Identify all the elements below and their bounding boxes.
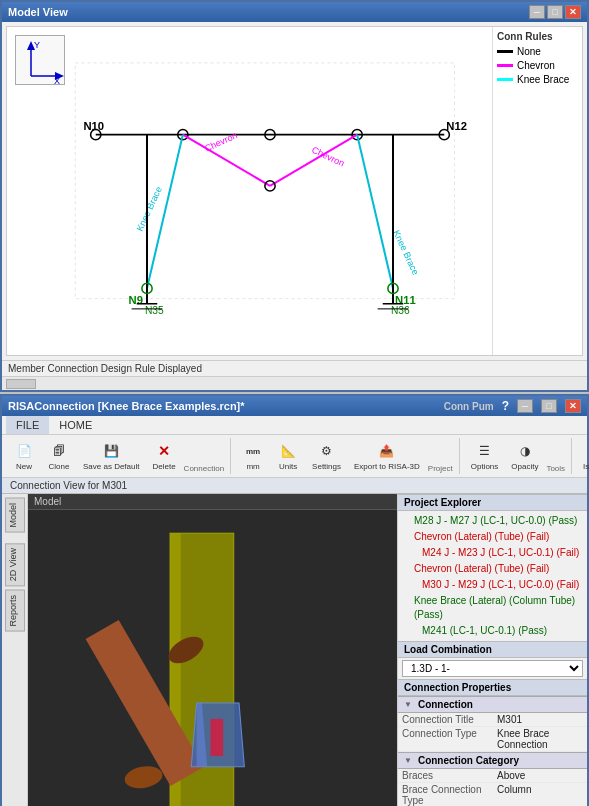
load-combination-header: Load Combination — [398, 641, 587, 658]
horizontal-scrollbar[interactable] — [2, 376, 587, 390]
toolbar-project-group: mm mm 📐 Units ⚙ Settings 📤 Export to RIS… — [237, 438, 460, 474]
prop-value-title: M301 — [493, 713, 587, 727]
tree-item-6[interactable]: M241 (LC-1, UC-0.1) (Pass) — [398, 623, 587, 639]
minimize-button[interactable]: ─ — [529, 5, 545, 19]
prop-label-title: Connection Title — [398, 713, 493, 727]
svg-text:N12: N12 — [446, 120, 467, 132]
model-view-window: Model View ─ □ ✕ Y X — [0, 0, 589, 392]
settings-icon: ⚙ — [316, 441, 338, 461]
section-connection[interactable]: ▼ Connection — [398, 696, 587, 713]
settings-label: Settings — [312, 462, 341, 471]
connection-props-table: Connection Title M301 Connection Type Kn… — [398, 713, 587, 752]
connection-view-label: Connection View for M301 — [10, 480, 127, 491]
titlebar-right: Conn Pum ? ─ □ ✕ — [444, 399, 581, 413]
model-view-title: Model View — [8, 6, 68, 18]
opacity-icon: ◑ — [514, 441, 536, 461]
clone-icon: 🗐 — [48, 441, 70, 461]
model-tab[interactable]: Model — [5, 498, 25, 533]
menu-home[interactable]: HOME — [49, 416, 102, 434]
toolbar: 📄 New 🗐 Clone 💾 Save as Default ✕ Delete… — [2, 435, 587, 478]
units-button[interactable]: 📐 Units — [272, 438, 304, 474]
svg-text:Chevron: Chevron — [203, 130, 239, 154]
prop-value-brace-conn: Column — [493, 783, 587, 807]
options-icon: ☰ — [474, 441, 496, 461]
clone-button[interactable]: 🗐 Clone — [43, 438, 75, 474]
tree-item-3[interactable]: Chevron (Lateral) (Tube) (Fail) — [398, 561, 587, 577]
scroll-thumb[interactable] — [6, 379, 36, 389]
diagram-canvas[interactable]: Y X N10 N12 — [7, 27, 492, 355]
mm-button[interactable]: mm mm — [237, 438, 269, 474]
settings-button[interactable]: ⚙ Settings — [307, 438, 346, 474]
opacity-button[interactable]: ◑ Opacity — [506, 438, 543, 474]
risa-title: RISAConnection [Knee Brace Examples.rcn]… — [8, 400, 245, 412]
export-button[interactable]: 📤 Export to RISA-3D — [349, 438, 425, 474]
minimize-button-2[interactable]: ─ — [517, 399, 533, 413]
reports-tab[interactable]: Reports — [5, 590, 25, 632]
tree-item-4[interactable]: M30 J - M29 J (LC-1, UC-0.0) (Fail) — [398, 577, 587, 593]
tools-group-label: Tools — [546, 464, 565, 474]
maximize-button[interactable]: □ — [547, 5, 563, 19]
save-default-label: Save as Default — [83, 462, 139, 471]
units-icon: 📐 — [277, 441, 299, 461]
prop-label-brace-conn: Brace Connection Type — [398, 783, 493, 807]
project-explorer-header: Project Explorer — [398, 494, 587, 511]
maximize-button-2[interactable]: □ — [541, 399, 557, 413]
connection-properties-title: Connection Properties — [404, 682, 511, 693]
tree-item-0[interactable]: M28 J - M27 J (LC-1, UC-0.0) (Pass) — [398, 513, 587, 529]
help-icon[interactable]: ? — [502, 399, 509, 413]
risa-connection-window: RISAConnection [Knee Brace Examples.rcn]… — [0, 394, 589, 806]
project-tree: M28 J - M27 J (LC-1, UC-0.0) (Pass) Chev… — [398, 511, 587, 641]
3d-view-header: Model — [28, 494, 397, 510]
legend-title: Conn Rules — [497, 31, 578, 42]
model-view-area: Y X N10 N12 — [6, 26, 583, 356]
legend-chevron-label: Chevron — [517, 60, 555, 71]
tree-item-2[interactable]: M24 J - M23 J (LC-1, UC-0.1) (Fail) — [398, 545, 587, 561]
3d-view-area[interactable]: Model — [28, 494, 397, 806]
mm-label: mm — [246, 462, 259, 471]
delete-button[interactable]: ✕ Delete — [147, 438, 180, 474]
options-button[interactable]: ☰ Options — [466, 438, 504, 474]
load-combination-select[interactable]: 1.3D - 1- — [402, 660, 583, 677]
legend-none-label: None — [517, 46, 541, 57]
menu-bar: FILE HOME — [2, 416, 587, 435]
legend-chevron-color — [497, 64, 513, 67]
svg-rect-6 — [75, 63, 454, 299]
close-button[interactable]: ✕ — [565, 5, 581, 19]
toolbar-tools-group: ☰ Options ◑ Opacity Tools — [466, 438, 572, 474]
status-text: Member Connection Design Rule Displayed — [8, 363, 202, 374]
tree-item-1[interactable]: Chevron (Lateral) (Tube) (Fail) — [398, 529, 587, 545]
section-category[interactable]: ▼ Connection Category — [398, 752, 587, 769]
svg-text:N36: N36 — [391, 305, 410, 316]
options-label: Options — [471, 462, 499, 471]
menu-file[interactable]: FILE — [6, 416, 49, 434]
isometric-label: Isometric — [583, 462, 589, 471]
legend-none-color — [497, 50, 513, 53]
new-icon: 📄 — [13, 441, 35, 461]
2d-view-tab[interactable]: 2D View — [5, 543, 25, 586]
svg-text:Chevron: Chevron — [310, 145, 346, 169]
close-button-2[interactable]: ✕ — [565, 399, 581, 413]
prop-row-brace-conn: Brace Connection Type Column — [398, 783, 587, 807]
properties-panel: Project Explorer M28 J - M27 J (LC-1, UC… — [397, 494, 587, 806]
load-combination-title: Load Combination — [404, 644, 492, 655]
svg-text:Knee Brace: Knee Brace — [135, 185, 164, 233]
legend-none: None — [497, 46, 578, 57]
conn-pump-label: Conn Pum — [444, 401, 494, 412]
legend-knee-brace-label: Knee Brace — [517, 74, 569, 85]
units-label: Units — [279, 462, 297, 471]
prop-value-braces: Above — [493, 769, 587, 783]
prop-row-braces: Braces Above — [398, 769, 587, 783]
connection-properties-header: Connection Properties — [398, 679, 587, 696]
isometric-button[interactable]: ⬡ Isometric — [578, 438, 589, 474]
save-default-button[interactable]: 💾 Save as Default — [78, 438, 144, 474]
section-category-label: Connection Category — [418, 755, 519, 766]
section-arrow-connection: ▼ — [404, 700, 412, 709]
svg-rect-45 — [210, 719, 223, 756]
prop-value-type: Knee Brace Connection — [493, 727, 587, 752]
tree-item-5[interactable]: Knee Brace (Lateral) (Column Tube) (Pass… — [398, 593, 587, 623]
titlebar-controls: ─ □ ✕ — [529, 5, 581, 19]
svg-line-22 — [357, 135, 393, 289]
legend-knee-brace-color — [497, 78, 513, 81]
risa-titlebar: RISAConnection [Knee Brace Examples.rcn]… — [2, 396, 587, 416]
new-button[interactable]: 📄 New — [8, 438, 40, 474]
